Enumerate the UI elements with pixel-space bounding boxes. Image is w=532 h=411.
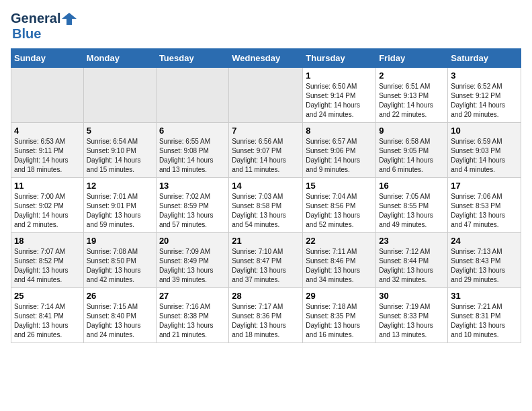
day-info: Sunrise: 7:19 AM Sunset: 8:33 PM Dayligh… (379, 302, 445, 340)
day-number: 30 (379, 291, 445, 301)
day-number: 6 (159, 126, 226, 136)
day-number: 16 (379, 181, 445, 191)
calendar-cell: 1Sunrise: 6:50 AM Sunset: 9:14 PM Daylig… (303, 68, 376, 123)
day-info: Sunrise: 7:11 AM Sunset: 8:46 PM Dayligh… (306, 247, 373, 285)
calendar-cell: 28Sunrise: 7:17 AM Sunset: 8:36 PM Dayli… (229, 288, 303, 343)
day-number: 17 (451, 181, 518, 191)
calendar-cell: 24Sunrise: 7:13 AM Sunset: 8:43 PM Dayli… (448, 233, 521, 288)
calendar-cell: 16Sunrise: 7:05 AM Sunset: 8:55 PM Dayli… (376, 178, 448, 233)
day-number: 10 (451, 126, 518, 136)
header-day-tuesday: Tuesday (156, 49, 228, 68)
header-day-sunday: Sunday (11, 49, 84, 68)
day-info: Sunrise: 7:07 AM Sunset: 8:52 PM Dayligh… (14, 247, 81, 285)
day-number: 26 (87, 291, 153, 301)
day-info: Sunrise: 7:06 AM Sunset: 8:53 PM Dayligh… (451, 192, 518, 230)
calendar-cell (11, 68, 84, 123)
day-info: Sunrise: 6:50 AM Sunset: 9:14 PM Dayligh… (306, 82, 373, 120)
calendar-cell: 20Sunrise: 7:09 AM Sunset: 8:49 PM Dayli… (156, 233, 228, 288)
header-row: SundayMondayTuesdayWednesdayThursdayFrid… (11, 49, 521, 68)
calendar-cell: 5Sunrise: 6:54 AM Sunset: 9:10 PM Daylig… (83, 123, 156, 178)
calendar-cell: 9Sunrise: 6:58 AM Sunset: 9:05 PM Daylig… (376, 123, 448, 178)
calendar-cell: 25Sunrise: 7:14 AM Sunset: 8:41 PM Dayli… (11, 288, 84, 343)
week-row-1: 1Sunrise: 6:50 AM Sunset: 9:14 PM Daylig… (11, 68, 521, 123)
day-info: Sunrise: 7:08 AM Sunset: 8:50 PM Dayligh… (87, 247, 153, 285)
day-info: Sunrise: 7:05 AM Sunset: 8:55 PM Dayligh… (379, 192, 445, 230)
header-day-saturday: Saturday (448, 49, 521, 68)
day-info: Sunrise: 6:56 AM Sunset: 9:07 PM Dayligh… (232, 137, 300, 175)
day-info: Sunrise: 7:03 AM Sunset: 8:58 PM Dayligh… (232, 192, 300, 230)
week-row-2: 4Sunrise: 6:53 AM Sunset: 9:11 PM Daylig… (11, 123, 521, 178)
day-info: Sunrise: 7:18 AM Sunset: 8:35 PM Dayligh… (306, 302, 373, 340)
calendar-cell: 31Sunrise: 7:21 AM Sunset: 8:31 PM Dayli… (448, 288, 521, 343)
day-info: Sunrise: 6:59 AM Sunset: 9:03 PM Dayligh… (451, 137, 518, 175)
header-day-friday: Friday (376, 49, 448, 68)
day-number: 18 (14, 236, 81, 246)
calendar-cell: 7Sunrise: 6:56 AM Sunset: 9:07 PM Daylig… (229, 123, 303, 178)
day-info: Sunrise: 7:16 AM Sunset: 8:38 PM Dayligh… (159, 302, 226, 340)
page-header: General Blue (11, 11, 521, 42)
day-number: 29 (306, 291, 373, 301)
calendar-cell: 12Sunrise: 7:01 AM Sunset: 9:01 PM Dayli… (83, 178, 156, 233)
day-number: 2 (379, 71, 445, 81)
calendar-cell: 19Sunrise: 7:08 AM Sunset: 8:50 PM Dayli… (83, 233, 156, 288)
calendar-cell: 27Sunrise: 7:16 AM Sunset: 8:38 PM Dayli… (156, 288, 228, 343)
calendar-cell: 30Sunrise: 7:19 AM Sunset: 8:33 PM Dayli… (376, 288, 448, 343)
calendar-cell: 21Sunrise: 7:10 AM Sunset: 8:47 PM Dayli… (229, 233, 303, 288)
logo-bird-icon (62, 11, 77, 26)
calendar-cell: 11Sunrise: 7:00 AM Sunset: 9:02 PM Dayli… (11, 178, 84, 233)
day-number: 28 (232, 291, 300, 301)
day-info: Sunrise: 7:13 AM Sunset: 8:43 PM Dayligh… (451, 247, 518, 285)
header-day-monday: Monday (83, 49, 156, 68)
header-day-thursday: Thursday (303, 49, 376, 68)
calendar-table: SundayMondayTuesdayWednesdayThursdayFrid… (11, 48, 521, 343)
day-info: Sunrise: 7:09 AM Sunset: 8:49 PM Dayligh… (159, 247, 226, 285)
day-number: 15 (306, 181, 373, 191)
day-info: Sunrise: 7:14 AM Sunset: 8:41 PM Dayligh… (14, 302, 81, 340)
day-number: 14 (232, 181, 300, 191)
calendar-cell: 23Sunrise: 7:12 AM Sunset: 8:44 PM Dayli… (376, 233, 448, 288)
calendar-cell: 14Sunrise: 7:03 AM Sunset: 8:58 PM Dayli… (229, 178, 303, 233)
day-number: 13 (159, 181, 226, 191)
day-info: Sunrise: 6:53 AM Sunset: 9:11 PM Dayligh… (14, 137, 81, 175)
day-info: Sunrise: 7:04 AM Sunset: 8:56 PM Dayligh… (306, 192, 373, 230)
calendar-cell (229, 68, 303, 123)
day-info: Sunrise: 6:57 AM Sunset: 9:06 PM Dayligh… (306, 137, 373, 175)
calendar-cell: 29Sunrise: 7:18 AM Sunset: 8:35 PM Dayli… (303, 288, 376, 343)
day-number: 12 (87, 181, 153, 191)
day-number: 4 (14, 126, 81, 136)
day-info: Sunrise: 7:10 AM Sunset: 8:47 PM Dayligh… (232, 247, 300, 285)
day-number: 7 (232, 126, 300, 136)
svg-marker-0 (62, 13, 77, 25)
calendar-cell (156, 68, 228, 123)
day-info: Sunrise: 6:54 AM Sunset: 9:10 PM Dayligh… (87, 137, 153, 175)
week-row-4: 18Sunrise: 7:07 AM Sunset: 8:52 PM Dayli… (11, 233, 521, 288)
day-number: 21 (232, 236, 300, 246)
day-number: 31 (451, 291, 518, 301)
day-info: Sunrise: 7:02 AM Sunset: 8:59 PM Dayligh… (159, 192, 226, 230)
day-number: 22 (306, 236, 373, 246)
day-number: 27 (159, 291, 226, 301)
day-number: 24 (451, 236, 518, 246)
day-info: Sunrise: 6:55 AM Sunset: 9:08 PM Dayligh… (159, 137, 226, 175)
calendar-cell: 26Sunrise: 7:15 AM Sunset: 8:40 PM Dayli… (83, 288, 156, 343)
calendar-cell: 8Sunrise: 6:57 AM Sunset: 9:06 PM Daylig… (303, 123, 376, 178)
logo: General Blue (11, 11, 77, 42)
day-number: 9 (379, 126, 445, 136)
week-row-5: 25Sunrise: 7:14 AM Sunset: 8:41 PM Dayli… (11, 288, 521, 343)
calendar-cell: 13Sunrise: 7:02 AM Sunset: 8:59 PM Dayli… (156, 178, 228, 233)
day-info: Sunrise: 7:15 AM Sunset: 8:40 PM Dayligh… (87, 302, 153, 340)
day-info: Sunrise: 6:51 AM Sunset: 9:13 PM Dayligh… (379, 82, 445, 120)
day-info: Sunrise: 6:58 AM Sunset: 9:05 PM Dayligh… (379, 137, 445, 175)
day-number: 8 (306, 126, 373, 136)
day-number: 3 (451, 71, 518, 81)
week-row-3: 11Sunrise: 7:00 AM Sunset: 9:02 PM Dayli… (11, 178, 521, 233)
day-info: Sunrise: 7:21 AM Sunset: 8:31 PM Dayligh… (451, 302, 518, 340)
day-info: Sunrise: 7:17 AM Sunset: 8:36 PM Dayligh… (232, 302, 300, 340)
calendar-cell: 3Sunrise: 6:52 AM Sunset: 9:12 PM Daylig… (448, 68, 521, 123)
calendar-cell (83, 68, 156, 123)
header-day-wednesday: Wednesday (229, 49, 303, 68)
day-number: 23 (379, 236, 445, 246)
calendar-cell: 6Sunrise: 6:55 AM Sunset: 9:08 PM Daylig… (156, 123, 228, 178)
logo-text-general: General (11, 11, 60, 26)
calendar-cell: 18Sunrise: 7:07 AM Sunset: 8:52 PM Dayli… (11, 233, 84, 288)
